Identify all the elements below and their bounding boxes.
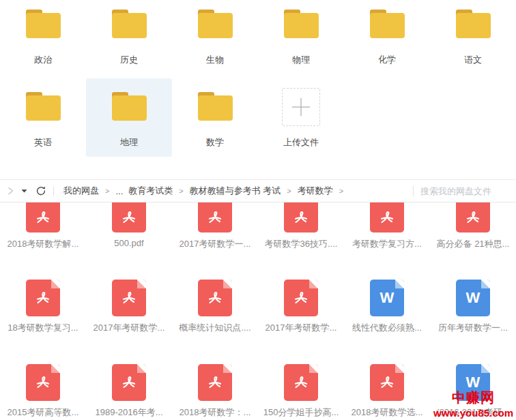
folder-item-数学[interactable]: 数学 (172, 78, 258, 157)
folder-label: 历史 (120, 54, 138, 66)
file-name: 2018考研数学选... (352, 406, 423, 419)
file-name: 2017年考研数学... (94, 322, 165, 334)
folder-icon (454, 8, 493, 40)
file-name: 2017考研数学一... (180, 238, 251, 250)
folded-corner (51, 280, 60, 288)
folded-corner (481, 280, 490, 288)
breadcrumb-separator: > (179, 187, 183, 195)
folder-item-物理[interactable]: 物理 (258, 0, 344, 78)
acrobat-glyph-icon (205, 207, 225, 228)
folded-corner (51, 364, 60, 373)
caret-down-icon[interactable] (21, 189, 27, 193)
chevron-right-icon[interactable] (7, 187, 14, 195)
netdisk-window: 政治历史生物物理化学语文英语地理数学上传文件 我的网盘>...教育考试类>教材教… (0, 0, 516, 420)
folder-item-地理[interactable]: 地理 (86, 78, 172, 157)
folder-label: 数学 (206, 136, 224, 149)
file-item[interactable]: 1989-2016年考... (86, 364, 172, 419)
acrobat-glyph-icon (205, 288, 225, 308)
file-row: 2018考研数学解...500.pdf2017考研数学一...考研数学36技巧.… (0, 202, 516, 250)
folder-item-政治[interactable]: 政治 (0, 0, 86, 78)
folder-icon (282, 8, 321, 40)
acrobat-glyph-icon (33, 207, 53, 228)
breadcrumb-item[interactable]: 教育考试类 (128, 185, 173, 197)
word-w-glyph: W (466, 290, 481, 305)
folder-label: 政治 (34, 54, 52, 66)
breadcrumb-item[interactable]: ... (115, 186, 123, 196)
pdf-file-icon (370, 202, 404, 232)
folded-corner (395, 280, 404, 288)
acrobat-glyph-icon (463, 207, 483, 228)
folder-item-化学[interactable]: 化学 (344, 0, 430, 78)
acrobat-glyph-icon (119, 207, 139, 228)
pdf-file-icon (26, 280, 60, 316)
file-item[interactable]: W(2016-2017)考研... (430, 364, 516, 419)
acrobat-glyph-icon (119, 372, 139, 393)
file-name: 2015考研高等数... (8, 406, 79, 419)
pdf-file-icon (284, 280, 318, 316)
toolbar-divider (53, 186, 54, 196)
folded-corner (137, 280, 146, 288)
file-item[interactable]: 2017考研数学一... (172, 202, 258, 250)
file-item[interactable]: 2018考研数学：... (172, 364, 258, 419)
file-item[interactable]: 18考研数学复习... (0, 280, 86, 334)
refresh-icon[interactable] (35, 185, 46, 196)
breadcrumb-item[interactable]: 考研数学 (298, 185, 333, 197)
file-item[interactable]: W历年考研数学一... (430, 280, 516, 334)
search-divider (413, 186, 414, 196)
file-item[interactable]: 2017年考研数学... (86, 280, 172, 334)
file-item[interactable]: 概率统计知识点.... (172, 280, 258, 334)
file-name: 1989-2016年考... (95, 406, 162, 419)
acrobat-glyph-icon (377, 372, 397, 393)
pdf-file-icon (456, 202, 490, 232)
file-item[interactable]: 考研数学36技巧.... (258, 202, 344, 250)
search-area (406, 186, 508, 196)
folded-corner (223, 280, 232, 288)
file-item[interactable]: 2018考研数学选... (344, 364, 430, 419)
search-input[interactable] (420, 186, 508, 196)
upload-dropzone[interactable] (282, 88, 320, 126)
word-w-glyph: W (380, 290, 395, 305)
upload-file-button[interactable]: 上传文件 (258, 78, 344, 157)
file-name: 高分必备 21种思... (437, 238, 510, 250)
word-file-icon: W (456, 280, 490, 316)
breadcrumb-toolbar: 我的网盘>...教育考试类>教材教辅与参考书 考试>考研数学> (0, 179, 516, 202)
folder-label: 英语 (34, 136, 52, 149)
file-item[interactable]: 2015考研高等数... (0, 364, 86, 419)
file-grid: 2018考研数学解...500.pdf2017考研数学一...考研数学36技巧.… (0, 202, 516, 419)
file-name: 2018考研数学：... (180, 406, 251, 419)
file-item[interactable]: 150分学姐手抄高... (258, 364, 344, 419)
file-name: 150分学姐手抄高... (263, 406, 339, 419)
folder-item-英语[interactable]: 英语 (0, 78, 86, 157)
file-item[interactable]: 考研数学复习方... (344, 202, 430, 250)
file-item[interactable]: W线性代数必须熟... (344, 280, 430, 334)
file-item[interactable]: 2018考研数学解... (0, 202, 86, 250)
folder-icon (110, 8, 149, 40)
folder-item-历史[interactable]: 历史 (86, 0, 172, 78)
acrobat-glyph-icon (291, 288, 311, 308)
pdf-file-icon (370, 364, 404, 401)
folded-corner (481, 364, 490, 373)
folded-corner (137, 364, 146, 373)
file-item[interactable]: 2017年考研数学... (258, 280, 344, 334)
file-name: 考研数学复习方... (352, 238, 422, 250)
pdf-file-icon (284, 364, 318, 401)
breadcrumb-item[interactable]: 教材教辅与参考书 考试 (190, 185, 281, 197)
folder-row: 政治历史生物物理化学语文 (0, 0, 516, 78)
file-name: 线性代数必须熟... (352, 322, 422, 334)
breadcrumb-item[interactable]: 我的网盘 (63, 185, 99, 197)
folder-icon (368, 8, 407, 40)
acrobat-glyph-icon (205, 372, 225, 393)
file-item[interactable]: 500.pdf (86, 202, 172, 250)
file-name: 考研数学36技巧.... (265, 238, 338, 250)
folder-label: 语文 (464, 54, 482, 66)
file-name: 2017年考研数学... (266, 322, 337, 334)
acrobat-glyph-icon (33, 372, 53, 393)
folder-icon (196, 91, 235, 122)
folder-item-生物[interactable]: 生物 (172, 0, 258, 78)
folded-corner (309, 280, 318, 288)
folded-corner (223, 364, 232, 373)
acrobat-glyph-icon (291, 372, 311, 393)
file-item[interactable]: 高分必备 21种思... (430, 202, 516, 250)
folder-item-语文[interactable]: 语文 (430, 0, 516, 78)
folder-label: 物理 (292, 54, 310, 66)
